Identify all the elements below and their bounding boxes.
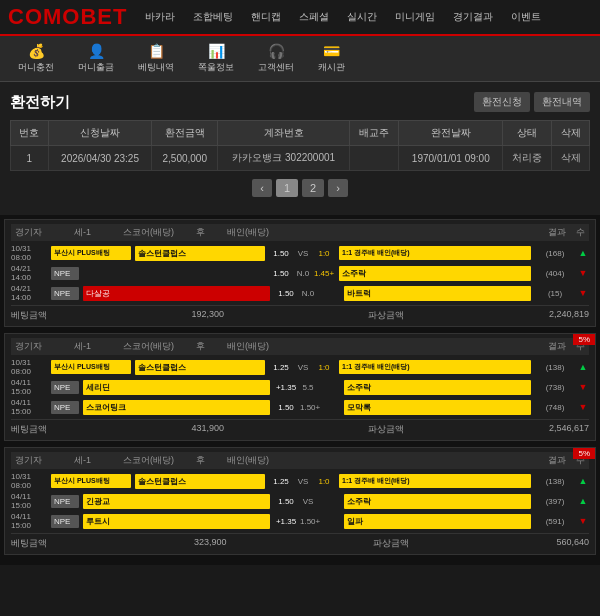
logo: COMOBET xyxy=(8,4,127,30)
nav-minigame[interactable]: 미니게임 xyxy=(387,6,443,28)
nav-live[interactable]: 실시간 xyxy=(339,6,385,28)
pagination: ‹ 1 2 › xyxy=(10,179,590,197)
bet-row: 04/11 15:00 NPE 루트시 +1.35 1.50+ 일파 (591)… xyxy=(11,512,589,530)
nav-baccarat[interactable]: 바카라 xyxy=(137,6,183,28)
col-delete: 삭제 xyxy=(552,121,590,146)
betting-area: 경기자 세-1 스코어(배당) 후 배인(배당) 결과 수 10/31 08:0… xyxy=(0,215,600,565)
info-icon: 📊 xyxy=(208,43,225,59)
prev-page-button[interactable]: ‹ xyxy=(252,179,272,197)
bet-section-2-footer: 베팅금액 431,900 파상금액 2,546,617 xyxy=(11,419,589,436)
cash-icon: 💳 xyxy=(323,43,340,59)
col-status: 상태 xyxy=(503,121,552,146)
nav-special[interactable]: 스페셜 xyxy=(291,6,337,28)
bet-section-1: 경기자 세-1 스코어(배당) 후 배인(배당) 결과 수 10/31 08:0… xyxy=(4,219,596,327)
nav-money-deposit[interactable]: 💰 머니충전 xyxy=(8,40,64,77)
section-2-tag: 5% xyxy=(573,334,595,345)
page-2-button[interactable]: 2 xyxy=(302,179,324,197)
bet-row: 04/11 15:00 NPE 스코어팅크 1.50 1.50+ 모막록 (74… xyxy=(11,398,589,416)
second-nav: 💰 머니충전 👤 머니출금 📋 베팅내역 📊 쪽울정보 🎧 고객센터 💳 캐시관 xyxy=(0,36,600,82)
cell-status: 처리중 xyxy=(503,146,552,171)
page-title: 환전하기 xyxy=(10,93,70,112)
bet-section-2: 5% 경기자 세-1 스코어(배당) 후 배인(배당) 결과 수 10/31 0… xyxy=(4,333,596,441)
col-date: 신청날짜 xyxy=(48,121,152,146)
table-row: 1 2026/04/30 23:25 2,500,000 카카오뱅크 30220… xyxy=(11,146,590,171)
next-page-button[interactable]: › xyxy=(328,179,348,197)
bet-section-3-header: 경기자 세-1 스코어(배당) 후 배인(배당) 결과 수 xyxy=(11,452,589,469)
nav-menu: 바카라 조합베팅 핸디캡 스페셜 실시간 미니게임 경기결과 이벤트 xyxy=(137,6,592,28)
exchange-table: 번호 신청날짜 환전금액 계좌번호 배교주 완전날짜 상태 삭제 1 2026/… xyxy=(10,120,590,171)
deposit-icon: 💰 xyxy=(28,43,45,59)
top-nav: COMOBET 바카라 조합베팅 핸디캡 스페셜 실시간 미니게임 경기결과 이… xyxy=(0,0,600,36)
bet-row: 04/11 15:00 NPE 긴광교 1.50 VS 소주락 (397) ▲ xyxy=(11,492,589,510)
main-content: 환전하기 환전신청 환전내역 번호 신청날짜 환전금액 계좌번호 배교주 완전날… xyxy=(0,82,600,215)
cell-number: 1 xyxy=(11,146,49,171)
nav-info[interactable]: 📊 쪽울정보 xyxy=(188,40,244,77)
bet-section-1-header: 경기자 세-1 스코어(배당) 후 배인(배당) 결과 수 xyxy=(11,224,589,241)
nav-handicap[interactable]: 핸디캡 xyxy=(243,6,289,28)
bet-row: 04/11 15:00 NPE 세리딘 +1.35 5.5 소주락 (738) … xyxy=(11,378,589,396)
withdraw-icon: 👤 xyxy=(88,43,105,59)
cell-date: 2026/04/30 23:25 xyxy=(48,146,152,171)
cell-delete[interactable]: 삭제 xyxy=(552,146,590,171)
nav-betting-history[interactable]: 📋 베팅내역 xyxy=(128,40,184,77)
nav-results[interactable]: 경기결과 xyxy=(445,6,501,28)
exchange-history-button[interactable]: 환전내역 xyxy=(534,92,590,112)
logo-suffix: BET xyxy=(80,4,127,29)
bet-section-1-footer: 베팅금액 192,300 파상금액 2,240,819 xyxy=(11,305,589,322)
bet-row: 04/21 14:00 NPE 1.50 N.0 1.45+ 소주락 (404)… xyxy=(11,264,589,282)
section-header: 환전하기 환전신청 환전내역 xyxy=(10,92,590,112)
cell-amount: 2,500,000 xyxy=(152,146,218,171)
support-icon: 🎧 xyxy=(268,43,285,59)
page-1-button[interactable]: 1 xyxy=(276,179,298,197)
nav-event[interactable]: 이벤트 xyxy=(503,6,549,28)
col-ratio: 배교주 xyxy=(350,121,399,146)
cell-complete-date: 1970/01/01 09:00 xyxy=(399,146,503,171)
bet-row: 10/31 08:00 부산시 PLUS배팅 솔스턴클럽스 1.25 VS 1:… xyxy=(11,472,589,490)
logo-text: COMO xyxy=(8,4,80,29)
bet-section-2-header: 경기자 세-1 스코어(배당) 후 배인(배당) 결과 수 xyxy=(11,338,589,355)
section-3-tag: 5% xyxy=(573,448,595,459)
col-number: 번호 xyxy=(11,121,49,146)
col-amount: 환전금액 xyxy=(152,121,218,146)
bet-row: 04/21 14:00 NPE 다살공 1.50 N.0 바트럭 (15) ▼ xyxy=(11,284,589,302)
nav-combo[interactable]: 조합베팅 xyxy=(185,6,241,28)
cell-ratio xyxy=(350,146,399,171)
bet-section-3: 5% 경기자 세-1 스코어(배당) 후 배인(배당) 결과 수 10/31 0… xyxy=(4,447,596,555)
exchange-request-button[interactable]: 환전신청 xyxy=(474,92,530,112)
cell-account: 카카오뱅크 302200001 xyxy=(218,146,350,171)
bet-row: 10/31 08:00 부산시 PLUS배팅 솔스턴클럽스 1.50 VS 1:… xyxy=(11,244,589,262)
col-complete-date: 완전날짜 xyxy=(399,121,503,146)
bet-section-3-footer: 베팅금액 323,900 파상금액 560,640 xyxy=(11,533,589,550)
col-account: 계좌번호 xyxy=(218,121,350,146)
nav-support[interactable]: 🎧 고객센터 xyxy=(248,40,304,77)
header-buttons: 환전신청 환전내역 xyxy=(474,92,590,112)
nav-money-withdraw[interactable]: 👤 머니출금 xyxy=(68,40,124,77)
history-icon: 📋 xyxy=(148,43,165,59)
bet-row: 10/31 08:00 부산시 PLUS배팅 솔스턴클럽스 1.25 VS 1:… xyxy=(11,358,589,376)
nav-cash[interactable]: 💳 캐시관 xyxy=(308,40,355,77)
